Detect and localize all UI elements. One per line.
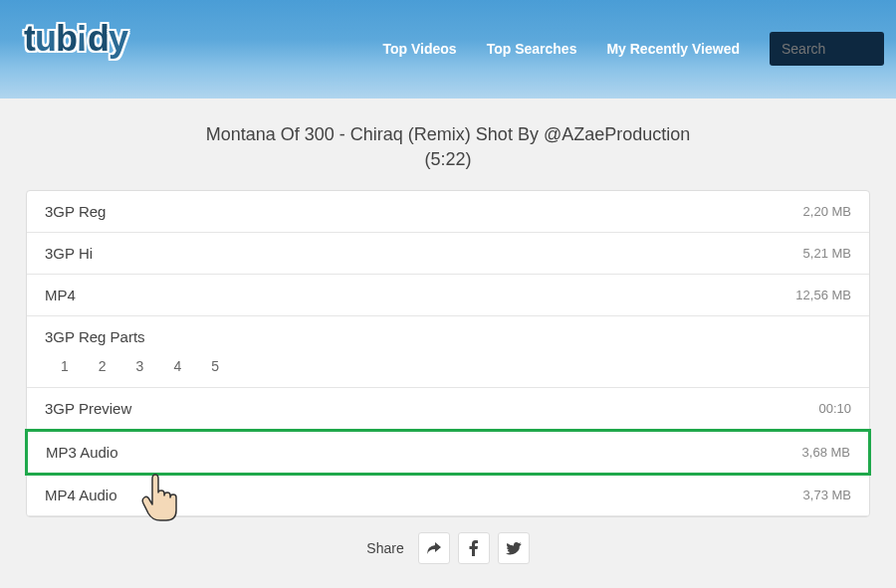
header: tub!dy Top Videos Top Searches My Recent… [0,0,896,98]
share-label: Share [366,540,403,556]
download-row-mp3-audio[interactable]: MP3 Audio 3,68 MB [25,429,871,476]
part-3[interactable]: 3 [136,358,144,374]
format-size: 2,20 MB [803,204,851,219]
part-1[interactable]: 1 [61,358,69,374]
part-4[interactable]: 4 [173,358,181,374]
video-title: Montana Of 300 - Chiraq (Remix) Shot By … [26,122,870,172]
format-label: MP4 Audio [45,487,117,503]
nav: Top Videos Top Searches My Recently View… [382,18,884,66]
nav-top-videos[interactable]: Top Videos [382,41,456,57]
format-size: 5,21 MB [803,246,851,261]
main: Montana Of 300 - Chiraq (Remix) Shot By … [0,98,896,564]
format-label: 3GP Hi [45,245,93,262]
format-size: 3,73 MB [803,488,851,502]
format-size: 00:10 [818,401,851,416]
download-row-3gp-reg[interactable]: 3GP Reg 2,20 MB [27,191,869,233]
video-title-line1: Montana Of 300 - Chiraq (Remix) Shot By … [26,122,870,147]
cursor-overlay-icon [138,471,186,530]
share-facebook-button[interactable] [458,532,490,564]
nav-top-searches[interactable]: Top Searches [487,41,577,57]
twitter-icon [506,542,522,555]
format-size: 3,68 MB [802,445,850,460]
download-row-3gp-preview[interactable]: 3GP Preview 00:10 [27,388,869,430]
format-label: MP4 [45,287,76,303]
download-row-mp4[interactable]: MP4 12,56 MB [27,275,869,316]
downloads-list: 3GP Reg 2,20 MB 3GP Hi 5,21 MB MP4 12,56… [26,190,870,517]
parts-label: 3GP Reg Parts [45,328,851,345]
part-2[interactable]: 2 [99,358,107,374]
format-label: MP3 Audio [46,444,118,461]
parts-row: 3GP Reg Parts 1 2 3 4 5 [27,316,869,388]
format-size: 12,56 MB [795,288,851,302]
facebook-icon [469,540,478,556]
search-input[interactable] [770,32,884,66]
download-row-3gp-hi[interactable]: 3GP Hi 5,21 MB [27,233,869,275]
part-5[interactable]: 5 [211,358,219,374]
video-title-line2: (5:22) [26,147,870,172]
format-label: 3GP Reg [45,203,106,220]
logo[interactable]: tub!dy [24,18,127,60]
nav-my-recently-viewed[interactable]: My Recently Viewed [606,41,740,57]
share-forward-button[interactable] [418,532,450,564]
format-label: 3GP Preview [45,400,131,417]
share-twitter-button[interactable] [498,532,530,564]
parts-numbers: 1 2 3 4 5 [45,358,851,387]
share-arrow-icon [426,541,442,555]
